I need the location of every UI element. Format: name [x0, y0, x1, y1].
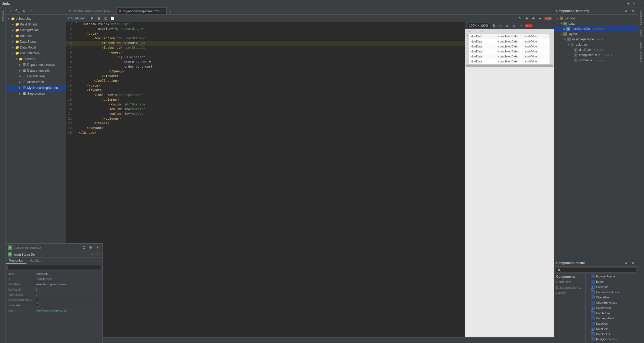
duedate-icon: c	[574, 48, 577, 52]
palette-item-currencyfield[interactable]: C CurrencyField	[586, 316, 638, 321]
sidebar-item-configuration[interactable]: ▶ 📁 Configuration	[6, 27, 66, 33]
palette-item-entitycombobox[interactable]: E EntityComboBox	[586, 337, 638, 342]
inspector-tab-properties[interactable]: Properties	[6, 258, 26, 264]
tabs-more-button[interactable]: ⋮	[168, 9, 173, 14]
palette-cat-components[interactable]: Components	[554, 274, 585, 279]
palette-item-datagrid[interactable]: D DataGrid	[586, 321, 638, 326]
tab-java[interactable]: C MyOnboardingScreen.java ✕	[66, 8, 116, 14]
table-view-button[interactable]: ▦	[96, 15, 102, 21]
add-button[interactable]: +	[7, 8, 13, 14]
gradle-tab[interactable]: Gradle	[638, 27, 644, 39]
preview-undo-button[interactable]: ↩	[518, 23, 524, 29]
build-scripts-label: Build Scripts	[20, 23, 37, 26]
sidebar-item-screens[interactable]: ▼ 📁 Screens	[6, 56, 66, 62]
palette-item-calendar[interactable]: C Calendar	[586, 284, 638, 290]
sidebar-item-onboarding[interactable]: ▶ ☰ MyOnboardingScreen	[6, 85, 66, 91]
preview-zoom-out-button[interactable]: ⊖	[511, 23, 517, 29]
palette-search-input[interactable]	[556, 268, 636, 272]
preview-zoom-in-button[interactable]: ⊕	[504, 23, 510, 29]
hierarchy-item-userStepsDc[interactable]: ▶ C userStepsDc - collection	[554, 26, 638, 31]
inspector-expand-icon[interactable]: ⊡	[81, 245, 87, 250]
palette-item-checkbox[interactable]: ☑ CheckBox	[586, 295, 638, 300]
hierarchy-sortvalue-type: - column	[593, 59, 605, 62]
hierarchy-item-completedDate[interactable]: ▶ c completedDate - column	[554, 52, 638, 58]
sidebar-item-login[interactable]: ▶ ☰ LoginScreen	[6, 73, 66, 79]
globe-icon[interactable]: ⊕	[626, 2, 630, 6]
hierarchy-item-sortValue[interactable]: ▶ c sortValue - column	[554, 58, 638, 63]
sidebar-item-build-scripts[interactable]: ▶ 📁 Build Scripts	[6, 22, 66, 27]
hierarchy-item-dueDate[interactable]: ▶ c dueDate - column	[554, 47, 638, 52]
sidebar-item-data-stores[interactable]: ▶ 📁 Data Stores	[6, 39, 66, 45]
undo-button[interactable]: ↩	[537, 15, 543, 21]
structure-tab[interactable]: Structure	[0, 8, 6, 23]
settings-icon[interactable]: ⚙	[632, 2, 636, 6]
preview-scrollbar-h[interactable]	[465, 64, 554, 67]
palette-cat-facets[interactable]: Facets	[554, 290, 585, 296]
hierarchy-item-userStepsTable[interactable]: ▼ T userStepsTable - table	[554, 37, 638, 42]
sidebar-item-main[interactable]: ▶ ☰ MainScreen	[6, 79, 66, 85]
inspector-search-input[interactable]	[7, 265, 101, 270]
hierarchy-close-icon[interactable]: ✕	[630, 8, 636, 14]
code-panel[interactable]: 2 C <window xmlns="http://jmi 3 caption=…	[66, 22, 465, 337]
cacheable-checkbox[interactable]	[36, 303, 39, 307]
hierarchy-item-layout[interactable]: ▼ L layout	[554, 31, 638, 37]
layout-expand-icon: ▼	[560, 33, 563, 36]
palette-item-entitypicker[interactable]: E EntityPicker	[586, 342, 638, 343]
hierarchy-item-data[interactable]: ▼ D data	[554, 21, 638, 26]
data-stores-folder-icon: 📁	[15, 40, 19, 44]
palette-item-browserframe[interactable]: B BrowserFrame	[586, 274, 638, 279]
hierarchy-sortvalue-label: sortValue	[579, 58, 592, 62]
sidebar-item-addons[interactable]: ▶ 📁 Add-ons	[6, 33, 66, 39]
zoom-out-button[interactable]: ⊖	[531, 15, 536, 21]
preview-refresh-button[interactable]: ↻	[498, 23, 503, 29]
xml-tab-close[interactable]: ✕	[162, 10, 164, 13]
notifications-tab[interactable]: Notifications	[638, 8, 644, 27]
palette-item-checkboxgroup[interactable]: C CheckBoxGroup	[586, 300, 638, 305]
zoom-toggle-icon[interactable]: ⇅	[491, 23, 496, 28]
palette-close-icon[interactable]: ✕	[630, 260, 636, 266]
build-button[interactable]: 🔨	[14, 8, 20, 14]
palette-cat-data[interactable]: Data components	[554, 285, 585, 290]
zoom-in-button[interactable]: ⊕	[524, 15, 530, 21]
inspector-tab-handlers[interactable]: Handlers	[26, 258, 45, 264]
sidebar-item-dept-edit[interactable]: ▶ ☰ Department.edit	[6, 68, 66, 73]
inspector-id: userStepsDc	[14, 253, 35, 256]
grid-view-button[interactable]: ⊞	[89, 15, 95, 21]
palette-settings-icon[interactable]: ⚙	[623, 260, 629, 266]
sidebar-item-step-browse[interactable]: ▶ ☰ Step.browse	[6, 91, 66, 97]
hierarchy-item-columns[interactable]: ▼ C columns	[554, 42, 638, 47]
palette-item-colorpicker[interactable]: C ColorPicker	[586, 305, 638, 310]
columns-icon: C	[571, 43, 574, 46]
palette-item-datepicker[interactable]: D DatePicker	[586, 331, 638, 337]
tab-xml[interactable]: ⊞ my-onboarding-screen.xml ✕	[116, 8, 167, 14]
hierarchy-item-window[interactable]: ▼ W window	[554, 16, 638, 21]
prop-value-query[interactable]: UserStep e where e.use	[35, 309, 102, 312]
palette-cat-containers[interactable]: Containers	[554, 279, 585, 285]
refresh-button[interactable]: ↻	[21, 8, 27, 14]
data-stores-expand-icon: ▶	[11, 40, 14, 43]
hierarchy-columns-label: columns	[576, 43, 588, 46]
palette-category-list: Components Containers Data components Fa…	[554, 274, 586, 343]
inspector-close-icon[interactable]: ✕	[95, 245, 100, 250]
help-button[interactable]: ?	[28, 8, 34, 14]
java-tab-close[interactable]: ✕	[111, 10, 113, 13]
palette-item-button[interactable]: B Button	[586, 279, 638, 284]
hierarchy-settings-icon[interactable]: ⚙	[623, 8, 629, 14]
inspector-settings-icon[interactable]: ⚙	[88, 245, 94, 250]
palette-items-list: B BrowserFrame B Button C Calendar	[586, 274, 638, 343]
preview-button[interactable]: 📄	[110, 15, 116, 21]
refresh-preview-button[interactable]: ↻	[517, 15, 523, 21]
palette-item-datefield[interactable]: D DateField	[586, 326, 638, 331]
palette-item-capslock[interactable]: C CapsLockIndicator	[586, 290, 638, 295]
tree-root-item[interactable]: ▼ 📁 onboarding	[6, 16, 66, 22]
sidebar-item-user-interface[interactable]: ▼ 📁 User Interface	[6, 50, 66, 56]
sidebar-item-data-model[interactable]: ▶ 📁 Data Model	[6, 45, 66, 50]
minimize-icon[interactable]: −	[638, 2, 642, 6]
component-palette-side-tab[interactable]: Component Palette	[638, 40, 644, 67]
dynamic-attr-checkbox[interactable]	[36, 298, 39, 301]
image-view-button[interactable]: 🖼	[103, 15, 109, 21]
inspector-id-icon: ⊞	[8, 252, 12, 256]
sidebar-item-dept-browse[interactable]: ▶ ☰ Department.browse	[6, 62, 66, 68]
palette-item-combobox[interactable]: C ComboBox	[586, 310, 638, 316]
layout-icon: L	[563, 32, 567, 36]
